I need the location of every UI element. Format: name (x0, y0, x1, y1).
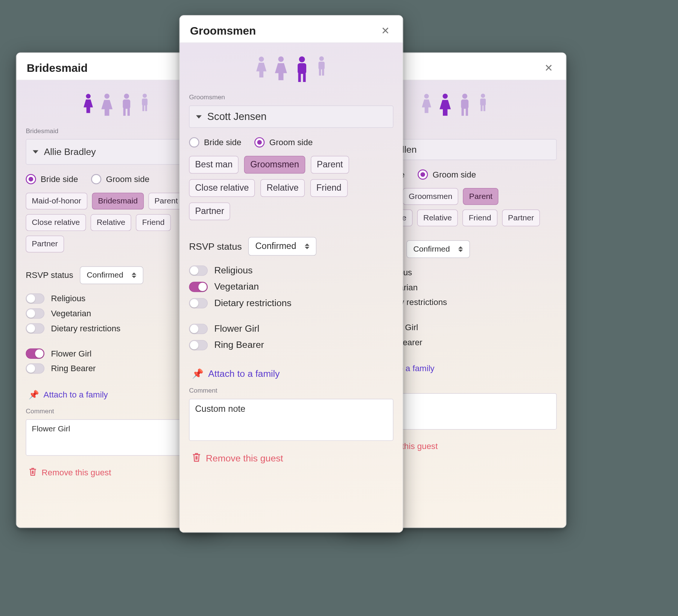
rsvp-value: Confirmed (413, 244, 450, 254)
svg-rect-18 (480, 105, 482, 111)
toggle-flower-girl[interactable] (26, 349, 44, 359)
persona-picker (189, 50, 393, 86)
chip-partner[interactable]: Partner (189, 202, 230, 220)
svg-rect-19 (483, 105, 485, 111)
svg-rect-14 (462, 108, 464, 116)
attach-label: Attach to a family (208, 368, 280, 379)
svg-rect-15 (466, 108, 468, 116)
rsvp-select[interactable]: Confirmed (248, 237, 316, 256)
woman-icon[interactable] (101, 93, 113, 117)
chip-parent[interactable]: Parent (148, 193, 184, 209)
svg-point-22 (299, 56, 305, 62)
chip-partner[interactable]: Partner (502, 209, 540, 226)
trash-icon (29, 467, 37, 479)
boy-icon[interactable] (140, 93, 149, 117)
svg-point-0 (86, 94, 90, 99)
attach-family-link[interactable]: 📌 Attach to a family (192, 368, 394, 379)
chip-friend[interactable]: Friend (136, 214, 171, 231)
stepper-icon (305, 244, 309, 249)
svg-point-10 (424, 94, 429, 99)
chip-friend[interactable]: Friend (310, 179, 348, 197)
close-icon[interactable]: ✕ (542, 61, 556, 75)
man-icon[interactable] (459, 93, 471, 117)
radio-groom-side[interactable]: Groom side (418, 169, 476, 179)
boy-icon[interactable] (478, 93, 488, 117)
chip-close-relative[interactable]: Close relative (26, 214, 86, 231)
rsvp-label: RSVP status (189, 241, 242, 252)
toggle-flower-girl[interactable] (189, 323, 208, 334)
svg-rect-7 (142, 99, 147, 106)
toggle-ring-bearer[interactable] (26, 363, 44, 373)
toggle-dietary[interactable] (189, 298, 208, 308)
toggle-ring-bearer[interactable] (189, 340, 208, 350)
radio-icon (254, 137, 265, 147)
comment-input[interactable]: Custom note (189, 399, 393, 441)
girl-icon[interactable] (83, 93, 93, 117)
svg-point-11 (442, 94, 448, 99)
chip-maid-of-honor[interactable]: Maid-of-honor (26, 193, 87, 209)
card-header: Groomsmen ✕ (180, 15, 403, 43)
trash-icon (192, 452, 201, 464)
toggle-label: Flower Girl (214, 323, 259, 334)
comment-text: Custom note (195, 404, 246, 414)
toggle-religious[interactable] (26, 293, 44, 303)
radio-label: Groom side (433, 170, 476, 179)
radio-bride-side[interactable]: Bride side (189, 137, 241, 147)
name-dropdown[interactable]: Scott Jensen (189, 106, 393, 128)
chip-relative[interactable]: Relative (260, 179, 304, 197)
svg-point-12 (462, 94, 467, 99)
chevron-down-icon (33, 150, 38, 154)
girl-icon[interactable] (256, 56, 267, 83)
toggle-dietary[interactable] (26, 323, 44, 334)
chip-parent[interactable]: Parent (463, 188, 499, 205)
toggle-label: Ring Bearer (214, 340, 264, 350)
remove-guest-button[interactable]: Remove this guest (192, 452, 394, 464)
chip-relative[interactable]: Relative (91, 214, 131, 231)
svg-rect-24 (298, 73, 301, 82)
attach-label: Attach to a family (44, 390, 108, 399)
radio-label: Bride side (204, 138, 241, 147)
svg-rect-4 (123, 108, 126, 116)
rsvp-select[interactable]: Confirmed (406, 240, 470, 258)
pin-icon: 📌 (29, 390, 39, 400)
svg-point-21 (278, 56, 284, 62)
woman-icon[interactable] (274, 56, 287, 83)
toggle-vegetarian[interactable] (189, 282, 208, 292)
chip-relative[interactable]: Relative (417, 209, 458, 226)
chip-bridesmaid[interactable]: Bridesmaid (92, 193, 144, 209)
svg-rect-8 (142, 105, 144, 111)
close-icon[interactable]: ✕ (379, 24, 392, 38)
radio-bride-side[interactable]: Bride side (26, 174, 78, 184)
chip-groomsmen[interactable]: Groomsmen (403, 188, 458, 205)
svg-point-2 (124, 94, 129, 99)
svg-rect-3 (123, 99, 130, 109)
svg-point-6 (143, 94, 147, 98)
toggle-religious[interactable] (189, 265, 208, 275)
comment-text: Flower Girl (32, 425, 70, 434)
chip-close-relative[interactable]: Close relative (189, 179, 255, 197)
svg-point-1 (104, 94, 109, 99)
man-icon[interactable] (295, 56, 309, 83)
radio-label: Groom side (106, 174, 149, 184)
svg-rect-27 (318, 62, 324, 69)
woman-icon[interactable] (439, 93, 451, 117)
remove-label: Remove this guest (42, 468, 111, 478)
toggle-label: Ring Bearer (51, 364, 96, 373)
man-icon[interactable] (120, 93, 132, 117)
toggle-vegetarian[interactable] (26, 308, 44, 319)
pin-icon: 📌 (192, 368, 204, 379)
rsvp-select[interactable]: Confirmed (80, 266, 143, 284)
radio-groom-side[interactable]: Groom side (254, 137, 313, 147)
chip-best-man[interactable]: Best man (189, 156, 239, 173)
boy-icon[interactable] (316, 56, 327, 83)
radio-icon (418, 169, 428, 179)
rsvp-value: Confirmed (87, 271, 123, 280)
girl-icon[interactable] (421, 93, 432, 117)
chip-parent[interactable]: Parent (311, 156, 349, 173)
chip-friend[interactable]: Friend (463, 209, 497, 226)
svg-rect-13 (461, 99, 468, 109)
chip-groomsmen[interactable]: Groomsmen (244, 156, 305, 173)
chip-partner[interactable]: Partner (26, 236, 64, 253)
radio-groom-side[interactable]: Groom side (91, 174, 149, 184)
card-title: Groomsmen (190, 24, 256, 38)
